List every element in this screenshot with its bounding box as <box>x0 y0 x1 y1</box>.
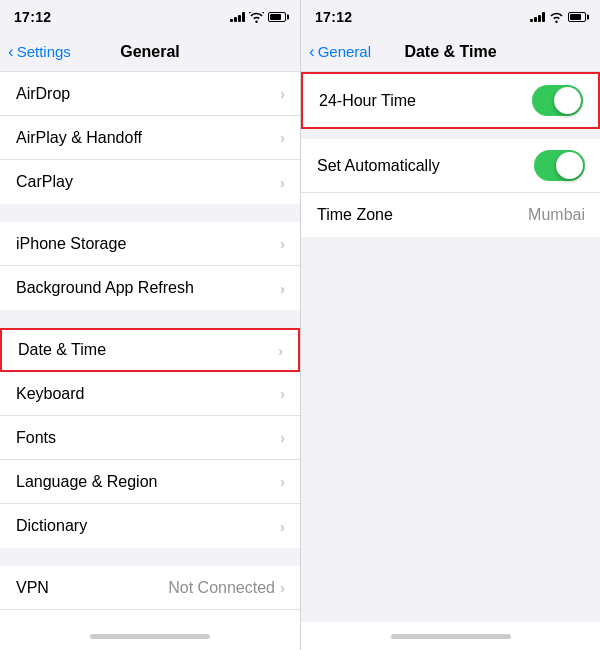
row-label-date-time: Date & Time <box>18 341 106 359</box>
divider-3 <box>0 548 300 566</box>
row-profiles[interactable]: Profiles 3 › <box>0 610 300 622</box>
row-timezone[interactable]: Time Zone Mumbai <box>301 193 600 237</box>
row-date-time[interactable]: Date & Time › <box>0 328 300 372</box>
chevron-icon-carplay: › <box>280 174 285 191</box>
row-label-iphone-storage: iPhone Storage <box>16 235 126 253</box>
toggle-24hr[interactable] <box>532 85 583 116</box>
row-language[interactable]: Language & Region › <box>0 460 300 504</box>
back-label-left: Settings <box>17 43 71 60</box>
row-fonts[interactable]: Fonts › <box>0 416 300 460</box>
chevron-icon-fonts: › <box>280 429 285 446</box>
nav-header-right: ‹ General Date & Time <box>301 32 600 72</box>
status-bar-left: 17:12 <box>0 0 300 32</box>
chevron-icon-airplay: › <box>280 129 285 146</box>
settings-group-datetime: 24-Hour Time <box>301 72 600 129</box>
row-label-dictionary: Dictionary <box>16 517 87 535</box>
settings-group-3: Date & Time › Keyboard › Fonts › Languag… <box>0 328 300 548</box>
row-24hr-time[interactable]: 24-Hour Time <box>301 72 600 129</box>
back-button-right[interactable]: ‹ General <box>309 42 371 62</box>
chevron-icon-iphone-storage: › <box>280 235 285 252</box>
row-label-keyboard: Keyboard <box>16 385 85 403</box>
row-label-airplay: AirPlay & Handoff <box>16 129 142 147</box>
back-chevron-left: ‹ <box>8 42 14 62</box>
home-bar-right <box>391 634 511 639</box>
row-dictionary[interactable]: Dictionary › <box>0 504 300 548</box>
row-label-vpn: VPN <box>16 579 49 597</box>
toggle-set-auto[interactable] <box>534 150 585 181</box>
home-bar-left <box>90 634 210 639</box>
row-keyboard[interactable]: Keyboard › <box>0 372 300 416</box>
row-value-timezone: Mumbai <box>528 206 585 224</box>
row-value-vpn: Not Connected <box>168 579 275 597</box>
home-indicator-right <box>301 622 600 650</box>
settings-group-2: iPhone Storage › Background App Refresh … <box>0 222 300 310</box>
back-button-left[interactable]: ‹ Settings <box>8 42 71 62</box>
row-label-fonts: Fonts <box>16 429 56 447</box>
toggle-knob-set-auto <box>556 152 583 179</box>
wifi-icon <box>249 12 264 23</box>
divider-1 <box>0 204 300 222</box>
left-panel: 17:12 ‹ Settings General <box>0 0 300 650</box>
signal-icon-right <box>530 12 545 22</box>
chevron-icon-dictionary: › <box>280 518 285 535</box>
status-icons-right <box>530 12 586 23</box>
row-label-bg-refresh: Background App Refresh <box>16 279 194 297</box>
page-title-left: General <box>120 43 180 61</box>
wifi-icon-right <box>549 12 564 23</box>
row-label-set-auto: Set Automatically <box>317 157 440 175</box>
status-icons-left <box>230 12 286 23</box>
right-panel: 17:12 ‹ General Date & Time 24- <box>300 0 600 650</box>
row-label-timezone: Time Zone <box>317 206 393 224</box>
status-bar-right: 17:12 <box>301 0 600 32</box>
settings-group-4: VPN Not Connected › Profiles 3 › <box>0 566 300 622</box>
back-chevron-right: ‹ <box>309 42 315 62</box>
divider-2 <box>0 310 300 328</box>
chevron-icon-airdrop: › <box>280 85 285 102</box>
settings-group-1: AirDrop › AirPlay & Handoff › CarPlay › <box>0 72 300 204</box>
row-airdrop[interactable]: AirDrop › <box>0 72 300 116</box>
chevron-icon-bg-refresh: › <box>280 280 285 297</box>
status-time-left: 17:12 <box>14 9 51 25</box>
row-vpn[interactable]: VPN Not Connected › <box>0 566 300 610</box>
chevron-icon-vpn: › <box>280 579 285 596</box>
chevron-icon-date-time: › <box>278 342 283 359</box>
row-label-airdrop: AirDrop <box>16 85 70 103</box>
row-label-language: Language & Region <box>16 473 157 491</box>
battery-icon-right <box>568 12 586 22</box>
page-title-right: Date & Time <box>404 43 496 61</box>
settings-list-right: 24-Hour Time Set Automatically Ti <box>301 72 600 622</box>
divider-right-1 <box>301 129 600 139</box>
status-time-right: 17:12 <box>315 9 352 25</box>
toggle-knob-24hr <box>554 87 581 114</box>
chevron-icon-language: › <box>280 473 285 490</box>
row-label-24hr: 24-Hour Time <box>319 92 416 110</box>
row-carplay[interactable]: CarPlay › <box>0 160 300 204</box>
settings-group-timezone: Set Automatically Time Zone Mumbai <box>301 139 600 237</box>
row-airplay[interactable]: AirPlay & Handoff › <box>0 116 300 160</box>
home-indicator-left <box>0 622 300 650</box>
nav-header-left: ‹ Settings General <box>0 32 300 72</box>
settings-list-left: AirDrop › AirPlay & Handoff › CarPlay › <box>0 72 300 622</box>
row-set-auto[interactable]: Set Automatically <box>301 139 600 193</box>
chevron-icon-keyboard: › <box>280 385 285 402</box>
row-iphone-storage[interactable]: iPhone Storage › <box>0 222 300 266</box>
signal-icon <box>230 12 245 22</box>
back-label-right: General <box>318 43 371 60</box>
battery-icon <box>268 12 286 22</box>
row-bg-refresh[interactable]: Background App Refresh › <box>0 266 300 310</box>
row-label-carplay: CarPlay <box>16 173 73 191</box>
